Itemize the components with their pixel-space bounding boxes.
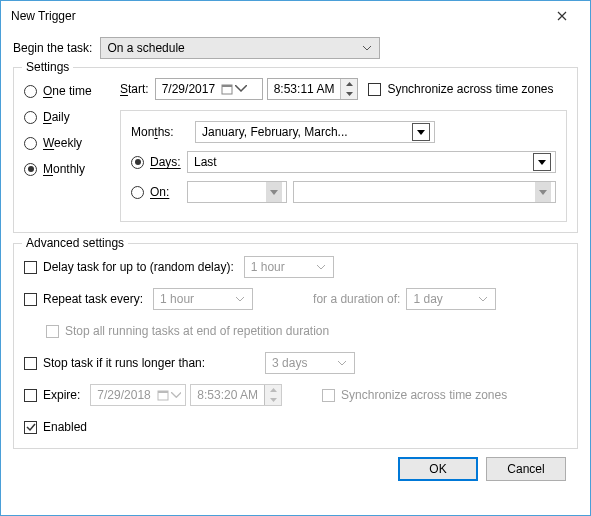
settings-group: Settings One time Daily Weekly Monthly [13,67,578,233]
days-combo[interactable]: Last [187,151,556,173]
on-combo-1 [187,181,287,203]
start-label: Start: [120,82,149,96]
close-button[interactable] [542,2,582,30]
duration-label: for a duration of: [313,292,400,306]
radio-one-time[interactable]: One time [24,84,120,98]
on-combo-2 [293,181,556,203]
spin-up-icon[interactable] [341,79,357,89]
duration-combo: 1 day [406,288,496,310]
chevron-down-icon [235,85,247,93]
sync-timezones-checkbox[interactable]: Synchronize across time zones [368,82,553,96]
enabled-checkbox[interactable]: Enabled [24,420,87,434]
stop-if-checkbox[interactable]: Stop task if it runs longer than: [24,356,205,370]
chevron-down-icon [334,353,350,373]
spin-down-icon [265,395,281,405]
radio-daily[interactable]: Daily [24,110,120,124]
months-label: Months: [131,125,187,139]
start-date-picker[interactable]: 7/29/2017 [155,78,263,100]
begin-task-label: Begin the task: [13,41,92,55]
expire-checkbox[interactable]: Expire: [24,388,80,402]
start-time-spinner[interactable]: 8:53:11 AM [267,78,359,100]
chevron-down-icon [359,38,375,58]
cancel-button[interactable]: Cancel [486,457,566,481]
advanced-settings-group: Advanced settings Delay task for up to (… [13,243,578,449]
dropdown-arrow-icon [412,123,430,141]
spin-down-icon[interactable] [341,89,357,99]
advanced-legend: Advanced settings [22,236,128,250]
radio-on[interactable]: On: [131,185,187,199]
dropdown-arrow-icon [533,153,551,171]
months-combo[interactable]: January, February, March... [195,121,435,143]
window-title: New Trigger [11,9,542,23]
stop-if-combo: 3 days [265,352,355,374]
dropdown-arrow-icon [535,182,551,202]
delay-checkbox[interactable]: Delay task for up to (random delay): [24,260,234,274]
monthly-options: Months: January, February, March... Days… [120,110,567,222]
svg-rect-1 [222,85,232,87]
expire-time-spinner: 8:53:20 AM [190,384,282,406]
ok-button[interactable]: OK [398,457,478,481]
delay-combo: 1 hour [244,256,334,278]
radio-monthly[interactable]: Monthly [24,162,120,176]
expire-date-picker: 7/29/2018 [90,384,186,406]
repeat-combo: 1 hour [153,288,253,310]
chevron-down-icon [171,392,182,399]
sync-timezones-checkbox-2: Synchronize across time zones [322,388,507,402]
chevron-down-icon [475,289,491,309]
stop-all-checkbox: Stop all running tasks at end of repetit… [46,324,329,338]
repeat-checkbox[interactable]: Repeat task every: [24,292,143,306]
calendar-icon [157,389,169,401]
titlebar: New Trigger [1,1,590,31]
chevron-down-icon [313,257,329,277]
begin-task-combo[interactable]: On a schedule [100,37,380,59]
svg-rect-3 [158,391,168,393]
radio-days[interactable]: Days: [131,155,187,169]
dropdown-arrow-icon [266,182,282,202]
calendar-icon [221,83,233,95]
settings-legend: Settings [22,60,73,74]
chevron-down-icon [232,289,248,309]
radio-weekly[interactable]: Weekly [24,136,120,150]
spin-up-icon [265,385,281,395]
new-trigger-dialog: New Trigger Begin the task: On a schedul… [0,0,591,516]
frequency-radios: One time Daily Weekly Monthly [24,78,120,222]
close-icon [557,11,567,21]
